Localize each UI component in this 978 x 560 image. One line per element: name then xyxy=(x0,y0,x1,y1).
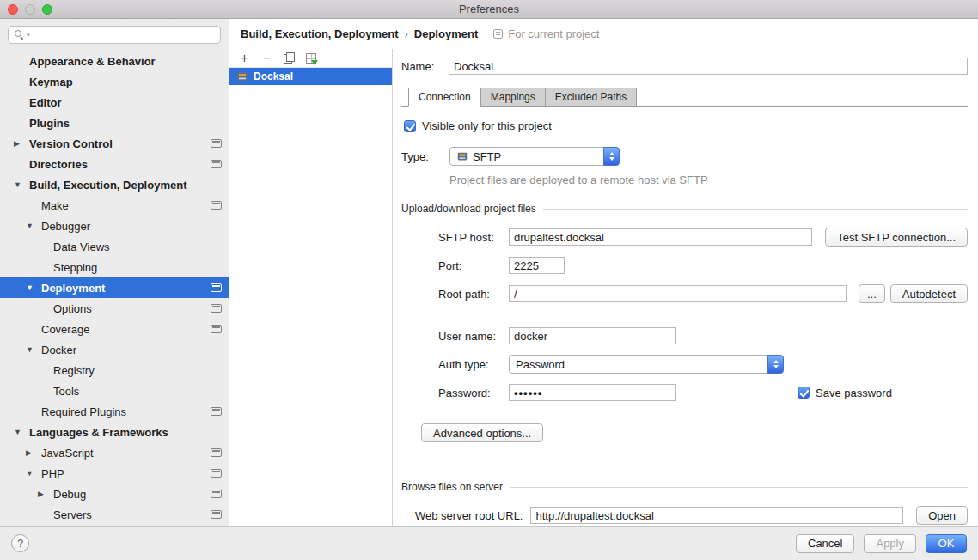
separator-line xyxy=(510,487,968,488)
advanced-options-button[interactable]: Advanced options... xyxy=(421,423,543,442)
sidebar-item-data-views[interactable]: Data Views xyxy=(0,236,229,257)
project-settings-icon xyxy=(211,201,222,210)
project-settings-icon xyxy=(211,283,222,292)
sidebar-item-languages-frameworks[interactable]: Languages & Frameworks xyxy=(0,422,229,442)
web-root-input[interactable] xyxy=(530,507,903,524)
project-scope-note: For current project xyxy=(493,27,599,40)
breadcrumb-current: Deployment xyxy=(414,27,478,40)
browse-root-path-button[interactable]: ... xyxy=(859,284,885,303)
close-button[interactable] xyxy=(8,4,18,15)
chevron-down-icon[interactable] xyxy=(14,180,29,189)
search-icon xyxy=(15,30,24,40)
password-label: Password: xyxy=(438,387,509,399)
sidebar-item-php[interactable]: PHP xyxy=(0,463,229,484)
chevron-right-icon[interactable] xyxy=(26,448,41,457)
server-name: Docksal xyxy=(254,70,293,82)
chevron-right-icon[interactable] xyxy=(14,139,29,148)
chevron-down-icon[interactable] xyxy=(26,222,41,230)
sidebar-item-keymap[interactable]: Keymap xyxy=(0,71,229,92)
save-password-checkbox[interactable] xyxy=(798,387,810,399)
window-title: Preferences xyxy=(0,3,978,15)
test-sftp-connection-button[interactable]: Test SFTP connection... xyxy=(825,228,968,247)
auth-type-value: Password xyxy=(516,358,565,371)
copy-server-icon[interactable] xyxy=(284,52,295,64)
ok-button[interactable]: OK xyxy=(926,534,967,553)
search-icons: ▾ xyxy=(15,30,30,40)
server-list-item[interactable]: Docksal xyxy=(229,68,392,85)
server-icon xyxy=(235,70,249,83)
upload-section-label: Upload/download project files xyxy=(401,203,536,215)
project-settings-icon xyxy=(211,469,222,478)
open-url-button[interactable]: Open xyxy=(916,506,968,525)
sidebar-item-javascript[interactable]: JavaScript xyxy=(0,442,229,463)
sftp-type-icon xyxy=(456,150,468,162)
chevron-down-icon[interactable] xyxy=(14,428,29,436)
combo-stepper-icon[interactable] xyxy=(767,355,784,374)
sidebar-item-debugger[interactable]: Debugger xyxy=(0,216,229,236)
settings-sidebar: ▾ Appearance & Behavior Keymap Editor xyxy=(0,19,229,526)
sidebar-item-deployment[interactable]: Deployment xyxy=(0,277,229,298)
sidebar-item-directories[interactable]: Directories xyxy=(0,154,229,174)
visible-only-checkbox[interactable] xyxy=(404,120,416,132)
help-button[interactable]: ? xyxy=(11,534,29,552)
sidebar-item-docker[interactable]: Docker xyxy=(0,339,229,360)
project-settings-icon xyxy=(211,139,222,148)
root-path-input[interactable] xyxy=(509,285,847,302)
chevron-down-icon[interactable] xyxy=(26,469,41,478)
server-list-panel: + − Docksal xyxy=(229,49,393,526)
settings-search-input[interactable] xyxy=(8,26,221,44)
project-settings-icon xyxy=(211,407,222,416)
search-box: ▾ xyxy=(8,26,221,44)
sidebar-item-build-execution-deployment[interactable]: Build, Execution, Deployment xyxy=(0,174,229,195)
upload-section-separator: Upload/download project files xyxy=(401,203,968,215)
sidebar-item-debug[interactable]: Debug xyxy=(0,484,229,504)
use-as-default-icon[interactable] xyxy=(306,53,316,64)
sidebar-item-appearance-behavior[interactable]: Appearance & Behavior xyxy=(0,51,229,71)
sidebar-item-registry[interactable]: Registry xyxy=(0,360,229,380)
sidebar-item-tools[interactable]: Tools xyxy=(0,380,229,401)
sidebar-item-plugins[interactable]: Plugins xyxy=(0,113,229,133)
sidebar-item-make[interactable]: Make xyxy=(0,195,229,216)
browse-section-separator: Browse files on server xyxy=(401,481,968,493)
sidebar-item-options[interactable]: Options xyxy=(0,298,229,319)
sidebar-item-servers[interactable]: Servers xyxy=(0,504,229,525)
project-settings-icon xyxy=(211,304,222,313)
save-password-label: Save password xyxy=(816,387,892,399)
add-server-icon[interactable]: + xyxy=(239,52,250,65)
search-options-caret-icon[interactable]: ▾ xyxy=(27,30,30,40)
type-select[interactable]: SFTP xyxy=(449,147,620,166)
port-input[interactable] xyxy=(509,257,565,274)
type-help-text: Project files are deployed to a remote h… xyxy=(449,173,968,186)
type-label: Type: xyxy=(401,150,449,163)
root-path-label: Root path: xyxy=(438,288,509,301)
chevron-down-icon[interactable] xyxy=(26,283,41,292)
current-project-icon xyxy=(493,29,503,39)
sidebar-item-required-plugins[interactable]: Required Plugins xyxy=(0,401,229,422)
autodetect-button[interactable]: Autodetect xyxy=(890,284,968,303)
chevron-down-icon[interactable] xyxy=(26,345,41,354)
password-input[interactable] xyxy=(509,384,676,401)
tab-excluded-paths[interactable]: Excluded Paths xyxy=(545,88,637,107)
breadcrumb-parent[interactable]: Build, Execution, Deployment xyxy=(241,27,398,40)
sidebar-item-version-control[interactable]: Version Control xyxy=(0,133,229,154)
tab-connection[interactable]: Connection xyxy=(408,88,481,107)
name-input[interactable] xyxy=(449,58,968,75)
combo-stepper-icon[interactable] xyxy=(603,147,620,166)
sftp-host-label: SFTP host: xyxy=(438,231,509,244)
project-settings-icon xyxy=(211,160,222,168)
auth-type-select[interactable]: Password xyxy=(509,355,784,374)
sftp-host-input[interactable] xyxy=(509,228,812,246)
settings-tabs: Connection Mappings Excluded Paths xyxy=(401,85,968,107)
remove-server-icon[interactable]: − xyxy=(261,52,272,65)
sidebar-item-stepping[interactable]: Stepping xyxy=(0,257,229,277)
tab-mappings[interactable]: Mappings xyxy=(480,88,546,107)
auth-type-label: Auth type: xyxy=(438,358,509,371)
type-value: SFTP xyxy=(473,150,501,163)
titlebar: Preferences xyxy=(0,0,978,19)
user-name-input[interactable] xyxy=(509,327,676,344)
sidebar-item-editor[interactable]: Editor xyxy=(0,92,229,113)
sidebar-item-coverage[interactable]: Coverage xyxy=(0,319,229,339)
cancel-button[interactable]: Cancel xyxy=(796,534,854,553)
chevron-right-icon[interactable] xyxy=(38,490,53,498)
zoom-button[interactable] xyxy=(42,4,52,15)
